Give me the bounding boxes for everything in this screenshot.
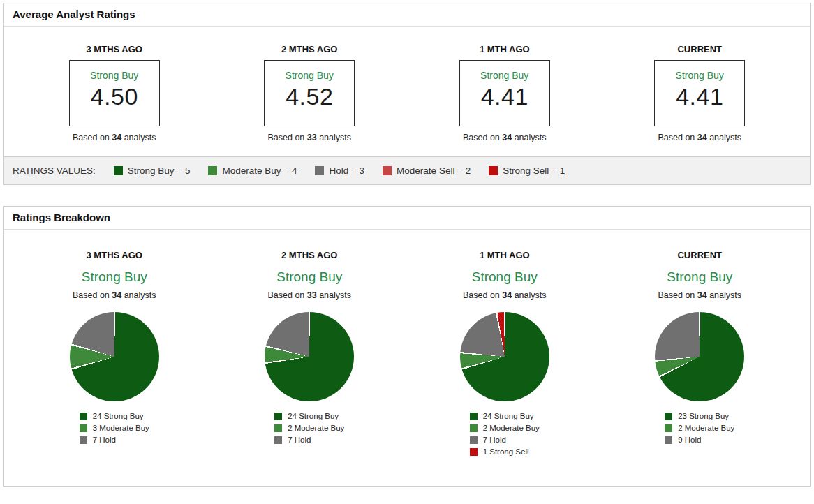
rating-color-swatch xyxy=(208,166,217,175)
rating-color-swatch xyxy=(315,166,324,175)
slice-color-swatch xyxy=(274,424,282,432)
rating-value-label: Strong Sell = 1 xyxy=(503,165,565,176)
based-on-text: Based on 34 analysts xyxy=(602,133,798,142)
rating-label: Strong Buy xyxy=(286,70,334,81)
pie-legend-row: 7 Hold xyxy=(80,436,149,444)
ratings-breakdown-columns: 3 MTHS AGO Strong Buy Based on 34 analys… xyxy=(4,230,810,486)
slice-color-swatch xyxy=(470,448,478,456)
rating-color-swatch xyxy=(383,166,392,175)
average-ratings-title: Average Analyst Ratings xyxy=(4,3,810,27)
slice-count-label: 9 Hold xyxy=(678,436,701,444)
slice-color-swatch xyxy=(274,413,282,420)
based-on-text: Based on 34 analysts xyxy=(17,290,212,300)
rating-label: Strong Buy xyxy=(480,70,528,81)
rating-color-swatch xyxy=(489,166,498,175)
pie-legend-row: 2 Moderate Buy xyxy=(665,424,734,432)
rating-value-label: Hold = 3 xyxy=(329,165,364,176)
pie-legend-row: 24 Strong Buy xyxy=(274,412,344,420)
period-label: 2 MTHS AGO xyxy=(212,251,408,260)
slice-count-label: 7 Hold xyxy=(483,436,506,444)
pie-legend: 24 Strong Buy 3 Moderate Buy 7 Hold xyxy=(80,412,149,447)
pie-legend-row: 24 Strong Buy xyxy=(470,412,540,420)
slice-color-swatch xyxy=(80,436,87,444)
pie-legend: 24 Strong Buy 2 Moderate Buy 7 Hold xyxy=(274,412,344,447)
slice-count-label: 24 Strong Buy xyxy=(93,412,144,420)
based-on-text: Based on 34 analysts xyxy=(407,290,602,300)
ratings-breakdown-panel: Ratings Breakdown 3 MTHS AGO Strong Buy … xyxy=(3,206,811,487)
based-on-text: Based on 34 analysts xyxy=(407,133,602,142)
pie-legend-row: 2 Moderate Buy xyxy=(274,424,344,432)
rating-period-column: 2 MTHS AGO Strong Buy 4.52 Based on 33 a… xyxy=(212,45,408,142)
slice-count-label: 7 Hold xyxy=(93,436,116,444)
ratings-values-item: Strong Buy = 5 xyxy=(114,165,191,176)
slice-color-swatch xyxy=(665,424,672,432)
analyst-ratings-page: Average Analyst Ratings 3 MTHS AGO Stron… xyxy=(0,0,814,504)
rating-period-column: CURRENT Strong Buy 4.41 Based on 34 anal… xyxy=(602,45,798,142)
slice-color-swatch xyxy=(80,413,87,420)
rating-value: 4.52 xyxy=(286,83,333,110)
slice-count-label: 2 Moderate Buy xyxy=(678,424,734,432)
rating-box: Strong Buy 4.52 xyxy=(264,60,355,126)
slice-color-swatch xyxy=(665,413,672,420)
slice-count-label: 1 Strong Sell xyxy=(483,447,529,456)
based-on-text: Based on 34 analysts xyxy=(602,290,798,300)
rating-value-label: Strong Buy = 5 xyxy=(128,165,191,176)
period-label: 3 MTHS AGO xyxy=(17,251,212,260)
rating-box: Strong Buy 4.41 xyxy=(654,60,745,126)
breakdown-period-column: 1 MTH AGO Strong Buy Based on 34 analyst… xyxy=(407,251,602,459)
slice-color-swatch xyxy=(80,424,87,432)
average-ratings-panel: Average Analyst Ratings 3 MTHS AGO Stron… xyxy=(3,3,811,185)
pie-legend-row: 23 Strong Buy xyxy=(665,412,734,420)
pie-legend-row: 24 Strong Buy xyxy=(80,412,149,420)
rating-label: Strong Buy xyxy=(676,70,724,81)
slice-count-label: 24 Strong Buy xyxy=(288,412,339,420)
rating-label: Strong Buy xyxy=(90,70,138,81)
pie-legend: 24 Strong Buy 2 Moderate Buy 7 Hold 1 St… xyxy=(470,412,540,459)
pie-legend-row: 3 Moderate Buy xyxy=(80,424,149,432)
rating-color-swatch xyxy=(114,166,123,175)
rating-label: Strong Buy xyxy=(17,269,212,285)
based-on-text: Based on 34 analysts xyxy=(17,133,212,142)
rating-label: Strong Buy xyxy=(212,269,408,285)
period-label: 3 MTHS AGO xyxy=(17,45,212,54)
slice-count-label: 2 Moderate Buy xyxy=(288,424,344,432)
rating-value-label: Moderate Buy = 4 xyxy=(222,165,297,176)
pie-legend: 23 Strong Buy 2 Moderate Buy 9 Hold xyxy=(665,412,734,447)
slice-count-label: 7 Hold xyxy=(288,436,311,444)
based-on-text: Based on 33 analysts xyxy=(212,290,408,300)
ratings-pie-chart xyxy=(70,312,159,401)
rating-label: Strong Buy xyxy=(407,269,602,285)
pie-legend-row: 9 Hold xyxy=(665,436,734,444)
ratings-pie-chart xyxy=(460,312,549,401)
ratings-values-items: Strong Buy = 5 Moderate Buy = 4 Hold = 3… xyxy=(96,165,565,176)
period-label: CURRENT xyxy=(602,251,798,260)
pie-legend-row: 2 Moderate Buy xyxy=(470,424,540,432)
breakdown-period-column: CURRENT Strong Buy Based on 34 analysts … xyxy=(602,251,798,459)
period-label: 1 MTH AGO xyxy=(407,45,602,54)
rating-value: 4.41 xyxy=(676,83,723,110)
ratings-values-item: Strong Sell = 1 xyxy=(489,165,565,176)
rating-period-column: 3 MTHS AGO Strong Buy 4.50 Based on 34 a… xyxy=(17,45,212,142)
slice-color-swatch xyxy=(274,436,282,444)
rating-value: 4.50 xyxy=(91,83,138,110)
pie-legend-row: 7 Hold xyxy=(470,436,540,444)
rating-value-label: Moderate Sell = 2 xyxy=(397,165,471,176)
period-label: CURRENT xyxy=(602,45,798,54)
rating-value: 4.41 xyxy=(481,83,528,110)
ratings-values-item: Moderate Buy = 4 xyxy=(208,165,297,176)
ratings-values-bar: RATINGS VALUES: Strong Buy = 5 Moderate … xyxy=(4,156,810,184)
ratings-values-label: RATINGS VALUES: xyxy=(13,165,96,176)
slice-color-swatch xyxy=(470,424,478,432)
average-ratings-columns: 3 MTHS AGO Strong Buy 4.50 Based on 34 a… xyxy=(4,27,810,156)
ratings-values-item: Hold = 3 xyxy=(315,165,364,176)
ratings-pie-chart xyxy=(265,312,354,401)
slice-count-label: 2 Moderate Buy xyxy=(483,424,540,432)
ratings-pie-chart xyxy=(655,312,744,401)
slice-color-swatch xyxy=(470,436,478,444)
slice-color-swatch xyxy=(470,413,478,420)
slice-count-label: 3 Moderate Buy xyxy=(93,424,149,432)
ratings-values-item: Moderate Sell = 2 xyxy=(383,165,471,176)
slice-count-label: 24 Strong Buy xyxy=(483,412,534,420)
rating-label: Strong Buy xyxy=(602,269,798,285)
period-label: 1 MTH AGO xyxy=(407,251,602,260)
